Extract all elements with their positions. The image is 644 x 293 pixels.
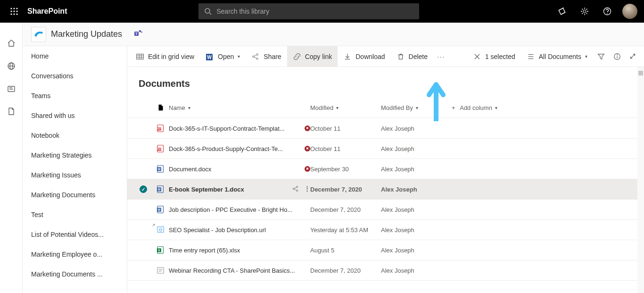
cmd-view-selector[interactable]: All Documents▾ (521, 46, 593, 67)
filetype-icon (157, 144, 165, 153)
table-row[interactable]: Job description - PPC Executive - Bright… (127, 200, 644, 220)
teams-icon[interactable] (133, 29, 143, 40)
file-icon[interactable] (157, 103, 165, 112)
table-row[interactable]: Dock-365-s-Product-Supply-Contract-Te...… (127, 139, 644, 159)
rail-files-icon[interactable] (0, 100, 23, 123)
close-icon (473, 52, 481, 61)
nav-marketing-documents2[interactable]: Marketing Documents ... (23, 264, 127, 284)
nav-notebook[interactable]: Notebook (23, 126, 127, 145)
nav-marketing-issues[interactable]: Marketing Issues (23, 165, 127, 185)
cmd-filter[interactable] (593, 46, 609, 67)
site-logo[interactable] (31, 27, 46, 42)
filetype-icon (157, 226, 165, 234)
vertical-scrollbar[interactable] (637, 67, 644, 293)
brand-label: SharePoint (27, 7, 67, 16)
share-icon (251, 52, 260, 61)
col-modified-by[interactable]: Modified By▾ (381, 104, 452, 111)
app-launcher-button[interactable] (3, 0, 25, 23)
grid-icon (136, 52, 144, 61)
filetype-icon (157, 124, 165, 133)
chevron-down-icon: ▾ (416, 105, 418, 110)
filetype-icon (157, 266, 165, 275)
table-row[interactable]: ↗ SEO Specialist - Job Description.url Y… (127, 220, 644, 240)
filetype-icon (157, 205, 165, 214)
row-more-icon[interactable]: ⋮ (304, 185, 310, 194)
site-header: Marketing Updates (23, 23, 644, 46)
word-icon (206, 52, 214, 61)
nav-marketing-strategies[interactable]: Marketing Strategies (23, 145, 127, 165)
row-checkbox[interactable] (140, 185, 147, 193)
list-icon (527, 52, 535, 61)
nav-home[interactable]: Home (23, 46, 127, 66)
cmd-share[interactable]: Share (246, 46, 287, 67)
row-modified-by: Alex Joseph (381, 145, 452, 152)
nav-marketing-employee[interactable]: Marketing Employee o... (23, 244, 127, 264)
nav-conversations[interactable]: Conversations (23, 66, 127, 86)
row-name: SEO Specialist - Job Description.url (169, 226, 310, 234)
help-icon[interactable] (596, 0, 619, 23)
rail-news-icon[interactable] (0, 77, 23, 100)
col-modified[interactable]: Modified▾ (310, 104, 381, 111)
site-name[interactable]: Marketing Updates (51, 29, 122, 39)
search-input[interactable] (216, 8, 413, 15)
cmd-open-label: Open (218, 53, 234, 60)
library-title: Documents (127, 78, 644, 98)
row-modified: August 5 (310, 247, 381, 254)
table-row[interactable]: Time entry report (65).xlsx August 5 Ale… (127, 240, 644, 260)
row-modified: September 30 (310, 166, 381, 173)
cmd-open[interactable]: Open▾ (200, 46, 246, 67)
col-add[interactable]: + Add column▾ (452, 104, 527, 111)
row-modified-by: Alex Joseph (381, 186, 452, 193)
cmd-download[interactable]: Download (338, 46, 390, 67)
cmd-download-label: Download (355, 53, 385, 60)
filetype-icon (157, 185, 165, 193)
table-row[interactable]: Webinar Recording CTA - SharePoint Basic… (127, 260, 644, 281)
table-row[interactable]: Document.docx September 30 Alex Joseph (127, 159, 644, 179)
cmd-edit-grid[interactable]: Edit in grid view (130, 46, 200, 67)
row-name: Time entry report (65).xlsx (169, 247, 310, 254)
cmd-view-label: All Documents (539, 53, 581, 60)
table-row[interactable]: E-book September 1.docx ⋮ December 7, 20… (127, 179, 644, 200)
plus-icon: + (452, 104, 457, 111)
row-modified-by: Alex Joseph (381, 226, 452, 234)
site-panel: Marketing Updates Home Conversations Tea… (23, 23, 644, 293)
cmd-copy-link[interactable]: Copy link (287, 46, 338, 67)
checkout-icon: ↗ (152, 223, 156, 227)
gear-icon[interactable] (573, 0, 596, 23)
avatar[interactable] (622, 4, 637, 19)
row-name: Dock-365-s-IT-Support-Contract-Templat..… (169, 125, 301, 132)
cmd-selected-label: 1 selected (485, 53, 515, 60)
table-row[interactable]: Dock-365-s-IT-Support-Contract-Templat..… (127, 118, 644, 139)
cmd-clear-selection[interactable]: 1 selected (467, 46, 521, 67)
col-by-label: Modified By (381, 104, 413, 111)
cmd-expand[interactable] (625, 46, 641, 67)
cmd-delete[interactable]: Delete (391, 46, 433, 67)
megaphone-icon[interactable] (551, 0, 573, 23)
chevron-down-icon: ▾ (585, 54, 587, 59)
row-modified: December 7, 2020 (310, 186, 381, 193)
app-rail (0, 23, 23, 293)
nav-teams[interactable]: Teams (23, 86, 127, 106)
nav-marketing-documents[interactable]: Marketing Documents (23, 185, 127, 205)
cmd-delete-label: Delete (409, 53, 428, 60)
cmd-info[interactable] (609, 46, 625, 67)
rail-home-icon[interactable] (0, 32, 23, 55)
nav-shared[interactable]: Shared with us (23, 106, 127, 126)
blocked-badge-icon (305, 166, 310, 172)
search-box[interactable] (198, 3, 419, 19)
content-row: Home Conversations Teams Shared with us … (23, 46, 644, 293)
blocked-badge-icon (305, 146, 310, 151)
filetype-icon (157, 246, 165, 254)
cmd-edit-grid-label: Edit in grid view (148, 53, 194, 60)
row-modified: Yesterday at 5:53 AM (310, 226, 381, 234)
row-modified-by: Alex Joseph (381, 166, 452, 173)
main: Edit in grid view Open▾ Share Copy link … (127, 46, 644, 293)
rail-globe-icon[interactable] (0, 55, 23, 77)
nav-potential-videos[interactable]: List of Potential Videos... (23, 225, 127, 244)
col-name[interactable]: Name▾ (169, 104, 310, 111)
row-share-icon[interactable] (292, 185, 299, 194)
nav-test[interactable]: Test (23, 205, 127, 225)
row-modified-by: Alex Joseph (381, 206, 452, 213)
col-name-label: Name (169, 104, 185, 111)
cmd-more[interactable]: ··· (433, 46, 449, 67)
